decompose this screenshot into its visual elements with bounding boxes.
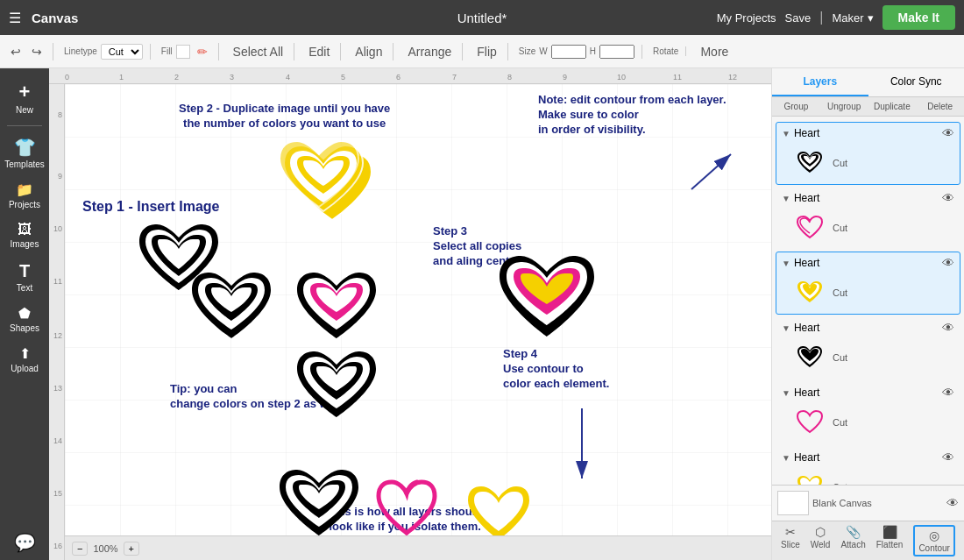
layer-item-6[interactable]: ▼ Heart 👁 Cut [776, 446, 960, 485]
arrange-button[interactable]: Arrange [404, 43, 455, 60]
save-button[interactable]: Save [785, 11, 812, 25]
slice-button[interactable]: ✂ Slice [781, 525, 800, 556]
upload-icon: ⬆ [19, 345, 31, 362]
arrange-group: Arrange [404, 43, 463, 60]
layer-eye-1[interactable]: 👁 [942, 126, 954, 140]
sidebar-item-new[interactable]: + New [3, 75, 46, 120]
linetype-label: Linetype [64, 46, 97, 56]
slice-icon: ✂ [785, 525, 796, 539]
menu-icon[interactable]: ☰ [9, 10, 21, 26]
ruler-mark-5: 5 [341, 73, 345, 82]
canvas-area: 0 1 2 3 4 5 6 7 8 9 10 11 12 8 9 10 11 1… [49, 68, 771, 560]
tab-layers[interactable]: Layers [772, 68, 868, 96]
fill-edit-button[interactable]: ✏ [194, 43, 211, 60]
layer-eye-3[interactable]: 👁 [942, 256, 954, 270]
step1-text: Step 1 - Insert Image [82, 198, 220, 216]
height-input[interactable] [599, 45, 634, 59]
contour-label: Contour [918, 543, 950, 553]
layer-item-5[interactable]: ▼ Heart 👁 Cut [776, 381, 960, 444]
layer-eye-5[interactable]: 👁 [942, 386, 954, 400]
group-button[interactable]: Group [772, 97, 820, 116]
contour-icon: ◎ [929, 528, 939, 542]
layer-header-2[interactable]: ▼ Heart 👁 [776, 188, 960, 209]
layer-cut-3: Cut [833, 287, 847, 298]
heart-black3 [293, 347, 380, 426]
layer-thumb-heart-5 [796, 410, 824, 435]
panel-bottom-eye[interactable]: 👁 [946, 496, 959, 510]
width-input[interactable] [551, 45, 586, 59]
undo-button[interactable]: ↩ [7, 43, 25, 60]
contour-button[interactable]: ◎ Contour [913, 525, 955, 556]
select-all-button[interactable]: Select All [230, 43, 287, 60]
layer-item-2[interactable]: ▼ Heart 👁 Cut [776, 187, 960, 250]
flatten-button[interactable]: ⬛ Flatten [876, 525, 904, 556]
tab-color-sync[interactable]: Color Sync [868, 68, 965, 96]
layer-item-3[interactable]: ▼ Heart 👁 Cut [776, 252, 960, 315]
ruler-vmark-14: 14 [53, 436, 62, 445]
layer-eye-2[interactable]: 👁 [942, 191, 954, 205]
linetype-select[interactable]: Cut [101, 44, 143, 60]
panel-actions: Group Ungroup Duplicate Delete [772, 97, 964, 117]
make-it-button[interactable]: Make It [882, 5, 955, 30]
ungroup-button[interactable]: Ungroup [820, 97, 868, 116]
sidebar-item-templates[interactable]: 👕 Templates [3, 131, 46, 174]
ruler-mark-2: 2 [174, 73, 179, 82]
maker-button[interactable]: Maker ▾ [832, 11, 873, 25]
layer-header-4[interactable]: ▼ Heart 👁 [776, 317, 960, 338]
layer-thumb-4 [794, 342, 826, 373]
linetype-group: Linetype Cut [64, 44, 151, 60]
edit-button[interactable]: Edit [305, 43, 333, 60]
step4-arrow [556, 400, 661, 487]
sidebar-item-text[interactable]: T Text [3, 256, 46, 298]
my-projects-button[interactable]: My Projects [717, 11, 776, 25]
layer-header-1[interactable]: ▼ Heart 👁 [776, 123, 960, 144]
sidebar-item-images[interactable]: 🖼 Images [3, 216, 46, 254]
layer-eye-4[interactable]: 👁 [942, 321, 954, 335]
flatten-icon: ⬛ [882, 525, 897, 539]
weld-button[interactable]: ⬡ Weld [811, 525, 831, 556]
fill-group: Fill ✏ [161, 43, 219, 60]
sidebar-item-chat[interactable]: 💬 [3, 527, 46, 560]
sidebar-item-projects[interactable]: 📁 Projects [3, 176, 46, 215]
width-label: W [539, 46, 547, 56]
layer-item-1[interactable]: ▼ Heart 👁 Cut [776, 122, 960, 185]
attach-button[interactable]: 📎 Attach [840, 525, 865, 556]
weld-label: Weld [811, 540, 831, 549]
step4-text: Step 4 Use contour to color each element… [503, 347, 609, 392]
layer-header-3[interactable]: ▼ Heart 👁 [776, 252, 960, 273]
zoom-in-button[interactable]: + [124, 542, 139, 556]
layer-thumb-5 [794, 407, 826, 438]
zoom-out-button[interactable]: − [72, 542, 88, 556]
flip-button[interactable]: Flip [473, 43, 500, 60]
ruler-vmark-15: 15 [53, 489, 62, 498]
main-area: + New 👕 Templates 📁 Projects 🖼 Images T … [0, 68, 964, 560]
layer-item-4[interactable]: ▼ Heart 👁 Cut [776, 316, 960, 379]
sidebar-item-shapes[interactable]: ⬟ Shapes [3, 300, 46, 338]
redo-button[interactable]: ↪ [28, 43, 46, 60]
layer-name-5: Heart [794, 386, 939, 399]
layer-eye-6[interactable]: 👁 [942, 450, 954, 464]
align-button[interactable]: Align [351, 43, 386, 60]
fill-color-swatch[interactable] [176, 45, 190, 59]
layer-thumb-heart-6 [796, 475, 824, 485]
ruler-vmark-16: 16 [53, 542, 62, 550]
separator: | [819, 10, 823, 25]
layer-name-4: Heart [794, 322, 939, 334]
blank-canvas-label: Blank Canvas [812, 498, 943, 508]
layer-content-4: Cut [776, 338, 960, 379]
fill-label: Fill [161, 46, 173, 56]
svg-line-2 [691, 154, 731, 189]
layer-header-6[interactable]: ▼ Heart 👁 [776, 447, 960, 468]
layer-name-6: Heart [794, 451, 939, 464]
sidebar-item-text-label: Text [17, 283, 32, 293]
slice-label: Slice [781, 540, 800, 549]
layer-arrow-5: ▼ [782, 388, 790, 398]
canvas[interactable]: Step 1 - Insert Image Step 2 - Duplicate… [65, 84, 771, 560]
more-button[interactable]: More [697, 43, 732, 60]
delete-button[interactable]: Delete [916, 97, 964, 116]
duplicate-button[interactable]: Duplicate [868, 97, 917, 116]
sidebar-item-upload[interactable]: ⬆ Upload [3, 340, 46, 379]
doc-title: Untitled* [457, 11, 507, 25]
note-text: Note: edit contour from each layer. Make… [538, 93, 727, 138]
layer-header-5[interactable]: ▼ Heart 👁 [776, 382, 960, 403]
